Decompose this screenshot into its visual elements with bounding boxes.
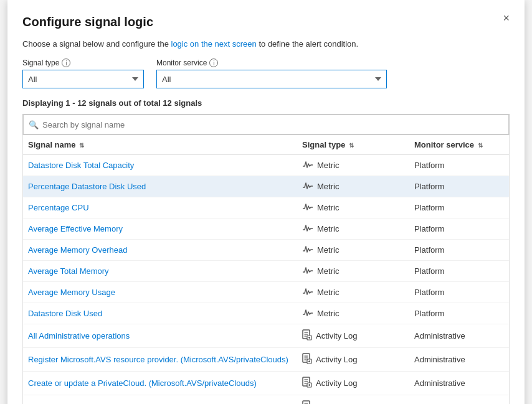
signal-name-link[interactable]: Average Memory Overhead	[28, 245, 127, 255]
signal-name-link[interactable]: Percentage CPU	[28, 203, 89, 212]
signal-name-cell: Register Microsoft.AVS resource provider…	[23, 348, 297, 372]
signal-type-text: Metric	[317, 161, 339, 170]
signal-type-text: Activity Log	[316, 378, 357, 388]
signal-name-cell: Delete a PrivateCloud. (Microsoft.AVS/pr…	[23, 395, 297, 405]
signal-type-cell: Activity Log	[297, 372, 409, 395]
signal-name-cell: Average Effective Memory	[23, 218, 297, 240]
configure-signal-dialog: Configure signal logic × Choose a signal…	[7, 0, 525, 404]
dialog-description: Choose a signal below and configure the …	[22, 39, 510, 49]
signal-type-text: Metric	[317, 203, 339, 212]
signal-name-cell: Average Memory Usage	[23, 282, 297, 303]
monitor-service-label: Monitor service i	[156, 59, 387, 67]
col-signal-name: Signal name ⇅	[23, 135, 297, 155]
signal-type-text: Metric	[317, 266, 339, 276]
signal-type-cell: Metric	[297, 282, 409, 303]
signal-name-cell: Datastore Disk Total Capacity	[23, 155, 297, 176]
signals-table: Signal name ⇅ Signal type ⇅ Monitor serv…	[23, 135, 509, 404]
signal-type-text: Metric	[317, 182, 339, 191]
signal-type-text: Metric	[317, 224, 339, 233]
table-row[interactable]: Create or update a PrivateCloud. (Micros…	[23, 372, 509, 395]
table-row[interactable]: Average Effective Memory MetricPlatform	[23, 218, 509, 240]
monitor-service-select[interactable]: All Platform Administrative	[156, 70, 387, 88]
signal-type-text: Metric	[317, 309, 339, 318]
monitor-service-info-icon[interactable]: i	[209, 59, 218, 67]
signal-name-link[interactable]: Create or update a PrivateCloud. (Micros…	[28, 378, 257, 388]
activity-log-icon	[302, 353, 312, 366]
monitor-service-filter-group: Monitor service i All Platform Administr…	[156, 59, 387, 88]
signal-name-sort-icon[interactable]: ⇅	[79, 142, 84, 149]
signal-type-text: Activity Log	[316, 331, 357, 341]
signal-type-select[interactable]: All Metric Activity Log	[22, 70, 144, 88]
activity-log-icon	[302, 400, 312, 404]
monitor-service-cell: Platform	[409, 240, 509, 261]
search-icon: 🔍	[29, 120, 39, 129]
table-row[interactable]: Datastore Disk Used MetricPlatform	[23, 303, 509, 324]
filters-row: Signal type i All Metric Activity Log Mo…	[22, 59, 510, 88]
signal-type-cell: Metric	[297, 197, 409, 218]
signal-type-cell: Activity Log	[297, 348, 409, 372]
signal-type-filter-group: Signal type i All Metric Activity Log	[22, 59, 144, 88]
signal-name-cell: Average Total Memory	[23, 261, 297, 282]
table-row[interactable]: Percentage Datastore Disk Used MetricPla…	[23, 176, 509, 197]
signal-type-info-icon[interactable]: i	[62, 59, 70, 67]
signal-name-link[interactable]: Percentage Datastore Disk Used	[28, 182, 146, 191]
table-row[interactable]: Average Memory Usage MetricPlatform	[23, 282, 509, 303]
search-input[interactable]	[42, 120, 503, 129]
signal-type-cell: Metric	[297, 240, 409, 261]
table-body: Datastore Disk Total Capacity MetricPlat…	[23, 155, 509, 405]
table-row[interactable]: Percentage CPU MetricPlatform	[23, 197, 509, 218]
signal-type-text: Metric	[317, 245, 339, 255]
table-row[interactable]: Register Microsoft.AVS resource provider…	[23, 348, 509, 372]
signal-name-link[interactable]: Average Total Memory	[28, 266, 109, 276]
signal-name-link[interactable]: Average Memory Usage	[28, 288, 115, 297]
metric-icon	[302, 266, 313, 276]
activity-log-icon	[302, 329, 312, 342]
table-row[interactable]: Delete a PrivateCloud. (Microsoft.AVS/pr…	[23, 395, 509, 405]
monitor-service-cell: Platform	[409, 282, 509, 303]
signal-name-cell: Percentage Datastore Disk Used	[23, 176, 297, 197]
table-row[interactable]: Datastore Disk Total Capacity MetricPlat…	[23, 155, 509, 176]
monitor-service-cell: Platform	[409, 155, 509, 176]
signal-name-cell: All Administrative operations	[23, 324, 297, 348]
monitor-service-sort-icon[interactable]: ⇅	[478, 142, 483, 149]
table-row[interactable]: Average Memory Overhead MetricPlatform	[23, 240, 509, 261]
metric-icon	[302, 245, 313, 255]
monitor-service-cell: Platform	[409, 176, 509, 197]
activity-log-icon	[302, 377, 312, 390]
monitor-service-cell: Platform	[409, 218, 509, 240]
signal-name-link[interactable]: Average Effective Memory	[28, 224, 123, 233]
metric-icon	[302, 287, 313, 298]
signal-type-cell: Activity Log	[297, 324, 409, 348]
signal-name-cell: Average Memory Overhead	[23, 240, 297, 261]
close-button[interactable]: ×	[499, 11, 513, 25]
signal-type-cell: Metric	[297, 218, 409, 240]
metric-icon	[302, 308, 313, 319]
table-row[interactable]: Average Total Memory MetricPlatform	[23, 261, 509, 282]
signal-name-link[interactable]: Datastore Disk Used	[28, 309, 102, 318]
signal-type-cell: Metric	[297, 303, 409, 324]
signal-name-cell: Create or update a PrivateCloud. (Micros…	[23, 372, 297, 395]
signal-name-cell: Percentage CPU	[23, 197, 297, 218]
signals-table-container: Signal name ⇅ Signal type ⇅ Monitor serv…	[22, 135, 510, 404]
signal-name-link[interactable]: Register Microsoft.AVS resource provider…	[28, 355, 288, 364]
monitor-service-cell: Platform	[409, 197, 509, 218]
display-info: Displaying 1 - 12 signals out of total 1…	[22, 98, 510, 108]
search-box: 🔍	[23, 115, 509, 134]
signal-type-text: Activity Log	[316, 355, 357, 364]
metric-icon	[302, 160, 313, 171]
monitor-service-cell: Platform	[409, 261, 509, 282]
monitor-service-cell: Administrative	[409, 348, 509, 372]
search-container: 🔍	[22, 114, 510, 135]
logic-link[interactable]: logic on the next screen	[171, 39, 257, 49]
signal-type-cell: Metric	[297, 261, 409, 282]
signal-name-link[interactable]: All Administrative operations	[28, 331, 130, 341]
table-row[interactable]: All Administrative operations Activity L…	[23, 324, 509, 348]
signal-type-text: Metric	[317, 288, 339, 297]
col-signal-type: Signal type ⇅	[297, 135, 409, 155]
monitor-service-cell: Administrative	[409, 395, 509, 405]
col-monitor-service: Monitor service ⇅	[409, 135, 509, 155]
signal-type-cell: Metric	[297, 176, 409, 197]
metric-icon	[302, 202, 313, 213]
signal-type-sort-icon[interactable]: ⇅	[349, 142, 354, 149]
signal-name-link[interactable]: Datastore Disk Total Capacity	[28, 161, 134, 170]
